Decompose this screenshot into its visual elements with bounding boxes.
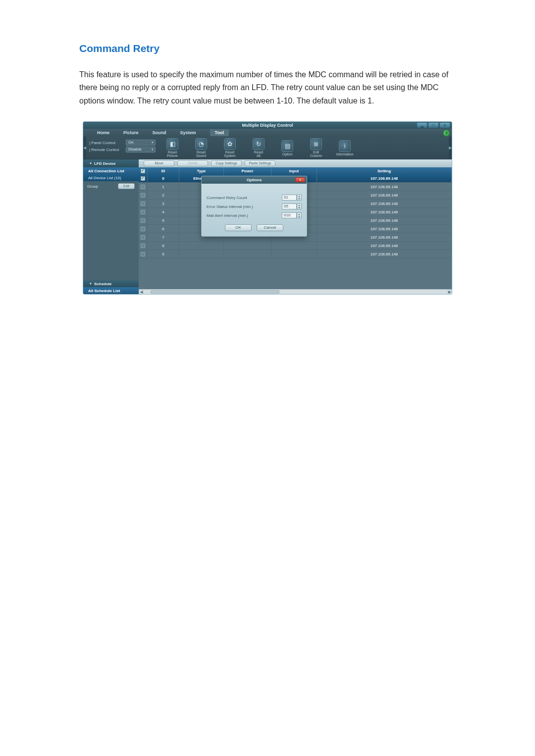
copy-settings-button[interactable]: Copy Settings [211, 160, 242, 166]
checkbox-icon [141, 210, 145, 214]
information-button[interactable]: iInformation [334, 140, 356, 156]
command-retry-count-row: Command Retry Count01▲▼ [207, 195, 302, 201]
chevron-down-icon: ▼ [89, 282, 92, 285]
paste-settings-button[interactable]: Paste Settings [245, 160, 275, 166]
section-heading: Command Retry [79, 43, 456, 54]
chevron-down-icon: ▼ [297, 206, 301, 209]
chevron-down-icon: ▼ [89, 162, 92, 165]
table-row[interactable]: 9107.108.89.148 [139, 250, 452, 258]
scroll-thumb[interactable] [151, 290, 279, 294]
option-button[interactable]: ▤Option [276, 140, 298, 156]
scroll-left-icon[interactable]: ◀ [139, 290, 144, 295]
cancel-button[interactable]: Cancel [257, 224, 283, 231]
reset-all-button[interactable]: ↻Reset All [248, 138, 269, 157]
option-icon: ▤ [281, 140, 293, 152]
minimize-button[interactable]: ▁ [417, 123, 427, 128]
menu-picture[interactable]: Picture [123, 130, 139, 135]
col-id[interactable]: ID [148, 167, 179, 174]
table-row[interactable]: 8107.108.89.148 [139, 242, 452, 250]
mail-alert-interval-spinner[interactable]: 010▲▼ [282, 212, 302, 218]
error-status-interval-spinner[interactable]: 05▲▼ [282, 203, 302, 209]
checkbox-icon [141, 185, 145, 189]
menu-sound[interactable]: Sound [153, 130, 166, 135]
checkbox-icon [141, 252, 145, 256]
scroll-right-icon[interactable]: ▶ [449, 137, 452, 159]
row-checkbox[interactable] [139, 242, 148, 250]
panel-control-select[interactable]: On [126, 140, 156, 146]
chevron-down-icon: ▼ [297, 215, 301, 218]
remote-control-label: | Remote Control [89, 148, 124, 152]
error-status-interval-stepper[interactable]: ▲▼ [297, 203, 302, 209]
dialog-buttons: OKCancel [207, 224, 302, 231]
row-id: 0 [148, 174, 179, 182]
edit-column-button[interactable]: ≣Edit Column [305, 138, 327, 157]
error-status-interval-value[interactable]: 05 [282, 203, 297, 209]
row-input [271, 242, 317, 250]
row-setting: 107.108.89.148 [317, 225, 452, 233]
reset-sound-button[interactable]: ◔Reset Sound [190, 138, 212, 157]
panel-control-label: | Panel Control [89, 141, 124, 145]
all-connection-list[interactable]: All Connection List [83, 167, 139, 174]
command-retry-count-value[interactable]: 01 [282, 195, 297, 201]
col-setting[interactable]: Setting [317, 167, 452, 174]
row-setting: 107.108.89.148 [317, 233, 452, 241]
reset-all-icon: ↻ [253, 138, 265, 150]
menu-system[interactable]: System [180, 130, 196, 135]
close-button[interactable]: x [440, 123, 450, 128]
row-setting: 107.108.89.148 [317, 208, 452, 216]
row-checkbox[interactable] [139, 191, 148, 199]
command-retry-count-stepper[interactable]: ▲▼ [297, 195, 302, 201]
row-checkbox[interactable] [139, 183, 148, 191]
ribbon: ◧Reset Picture◔Reset Sound✿Reset System↻… [159, 137, 449, 159]
all-device-list[interactable]: All Device List (10) [83, 174, 139, 181]
reset-system-button[interactable]: ✿Reset System [219, 138, 241, 157]
row-checkbox[interactable] [139, 208, 148, 216]
row-checkbox[interactable] [139, 216, 148, 224]
row-setting: 107.108.89.148 [317, 200, 452, 207]
lfd-device-header[interactable]: ▼ LFD Device [83, 159, 139, 167]
checkbox-icon [141, 227, 145, 231]
reset-picture-label: Reset Picture [167, 151, 178, 157]
menu-tool[interactable]: Tool [210, 129, 229, 136]
dialog-close-button[interactable]: x [295, 177, 305, 182]
group-edit-button[interactable]: Edit [118, 183, 135, 189]
checkbox-icon [141, 235, 145, 240]
section-paragraph: This feature is used to specify the maxi… [79, 68, 456, 107]
checkbox-icon [141, 202, 145, 206]
row-id: 1 [148, 183, 179, 191]
move-button[interactable]: Move [144, 160, 174, 166]
scroll-right-icon[interactable]: ▶ [447, 290, 452, 295]
lfd-device-label: LFD Device [94, 161, 116, 166]
reset-sound-label: Reset Sound [196, 151, 206, 157]
col-input[interactable]: Input [271, 167, 317, 174]
reset-picture-button[interactable]: ◧Reset Picture [161, 138, 183, 157]
error-status-interval-label: Error Status Interval (min.) [207, 204, 253, 209]
command-retry-count-spinner[interactable]: 01▲▼ [282, 195, 302, 201]
row-id: 8 [148, 242, 179, 250]
dialog-title: Options [247, 178, 262, 182]
row-checkbox[interactable] [139, 174, 148, 182]
col-type[interactable]: Type [179, 167, 224, 174]
row-checkbox[interactable] [139, 233, 148, 241]
row-setting: 107.108.89.148 [317, 250, 452, 258]
dialog-body: Command Retry Count01▲▼Error Status Inte… [202, 184, 307, 236]
main-panel: ID Type Power Input Setting 0EthernetAV1… [139, 167, 452, 294]
row-id: 6 [148, 225, 179, 233]
horizontal-scrollbar[interactable]: ◀ ▶ [139, 289, 452, 294]
mail-alert-interval-stepper[interactable]: ▲▼ [297, 212, 302, 218]
menu-home[interactable]: Home [97, 130, 109, 135]
mail-alert-interval-value[interactable]: 010 [282, 212, 297, 218]
all-schedule-list[interactable]: All Schedule List [83, 287, 139, 294]
row-checkbox[interactable] [139, 225, 148, 233]
schedule-header[interactable]: ▼ Schedule [83, 280, 139, 287]
row-checkbox[interactable] [139, 250, 148, 258]
group-label: Group [87, 184, 98, 189]
row-setting: 107.108.89.148 [317, 216, 452, 224]
col-power[interactable]: Power [224, 167, 271, 174]
remote-control-select[interactable]: Disable [126, 147, 156, 152]
maximize-button[interactable]: □ [428, 123, 438, 128]
ok-button[interactable]: OK [225, 224, 252, 231]
row-checkbox[interactable] [139, 200, 148, 207]
col-checkbox[interactable] [139, 167, 148, 174]
row-setting: 107.108.89.148 [317, 183, 452, 191]
